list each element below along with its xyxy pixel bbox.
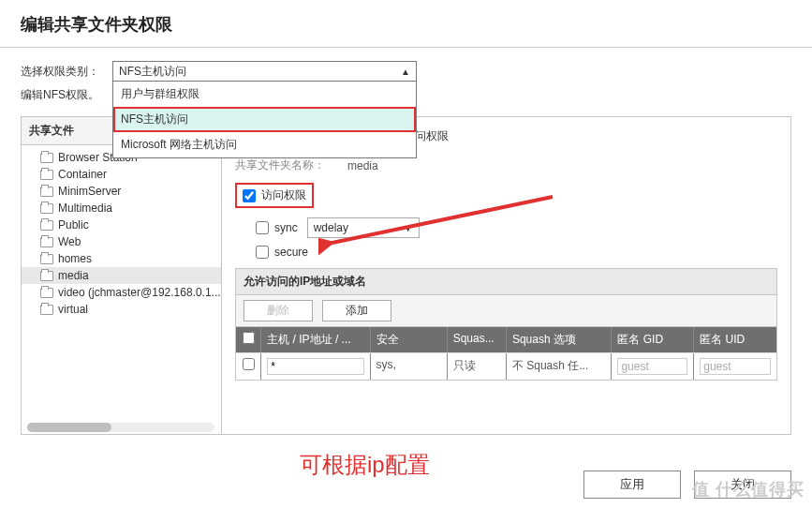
dropdown-selected: NFS主机访问 — [119, 64, 186, 80]
folder-item[interactable]: MinimServer — [22, 183, 221, 200]
folder-icon — [40, 288, 53, 298]
access-rights-wrap: 访问权限 — [235, 183, 314, 208]
dialog-title: 编辑共享文件夹权限 — [0, 0, 812, 48]
delete-button[interactable]: 删除 — [244, 300, 313, 321]
folder-icon — [40, 220, 53, 231]
col-host[interactable]: 主机 / IP地址 / ... — [261, 327, 370, 352]
apply-button[interactable]: 应用 — [583, 471, 681, 499]
sync-label: sync — [274, 221, 298, 234]
annotation-text: 可根据ip配置 — [300, 450, 430, 480]
perm-type-label: 选择权限类别： — [21, 64, 112, 80]
folder-icon — [40, 170, 53, 180]
edit-nfs-label: 编辑NFS权限。 — [21, 87, 112, 103]
folder-icon — [40, 203, 53, 214]
folder-icon — [40, 305, 53, 315]
folder-item[interactable]: Multimedia — [22, 200, 221, 217]
sync-checkbox[interactable] — [256, 221, 269, 234]
folder-icon — [40, 254, 53, 264]
folder-item[interactable]: Web — [22, 233, 221, 250]
col-anon-uid[interactable]: 匿名 UID — [694, 327, 776, 352]
folder-label: Web — [58, 235, 81, 248]
add-button[interactable]: 添加 — [322, 300, 391, 321]
folder-name-label: 共享文件夹名称： — [235, 157, 347, 173]
folder-tree[interactable]: Browser StationContainerMinimServerMulti… — [22, 145, 221, 421]
col-squash-option[interactable]: Squash 选项 — [507, 327, 612, 352]
folder-label: Multimedia — [58, 202, 112, 215]
folder-label: video (jchmaster@192.168.0.1... — [58, 286, 221, 299]
folder-icon — [40, 237, 53, 247]
folder-icon — [40, 187, 53, 197]
ip-grid: 主机 / IP地址 / ... 安全 Squas... Squash 选项 匿名… — [235, 326, 777, 381]
folder-label: homes — [58, 252, 92, 265]
folder-label: MinimServer — [58, 185, 121, 198]
horizontal-scrollbar[interactable] — [27, 423, 214, 432]
access-rights-label: 访问权限 — [261, 187, 306, 203]
wdelay-select[interactable]: wdelay ▼ — [307, 217, 420, 238]
folder-label: media — [58, 269, 89, 282]
dropdown-option-users-groups[interactable]: 用户与群组权限 — [113, 82, 416, 107]
access-rights-checkbox[interactable] — [243, 189, 256, 202]
gid-input[interactable] — [617, 358, 687, 375]
chevron-up-icon: ▲ — [401, 67, 410, 77]
allowed-ip-header: 允许访问的IP地址或域名 — [235, 268, 777, 294]
cell-security[interactable]: sys, — [371, 353, 448, 380]
host-input[interactable] — [267, 358, 363, 375]
folder-icon — [40, 271, 53, 281]
folder-item[interactable]: media — [22, 267, 221, 284]
chevron-down-icon: ▼ — [404, 223, 413, 233]
dropdown-option-microsoft[interactable]: Microsoft 网络主机访问 — [113, 132, 416, 157]
select-all-checkbox[interactable] — [243, 332, 255, 344]
secure-label: secure — [274, 246, 308, 259]
secure-checkbox[interactable] — [256, 246, 269, 259]
watermark: 值 什么值得买 — [692, 478, 805, 501]
folder-label: virtual — [58, 303, 88, 316]
cell-squash-option[interactable]: 不 Squash 任... — [507, 353, 612, 380]
col-security[interactable]: 安全 — [371, 327, 448, 352]
table-row[interactable]: sys, 只读 不 Squash 任... — [236, 352, 776, 380]
folder-icon — [40, 153, 53, 163]
row-checkbox[interactable] — [243, 358, 255, 370]
folder-item[interactable]: virtual — [22, 301, 221, 318]
folder-item[interactable]: Container — [22, 166, 221, 183]
folder-label: Public — [58, 218, 89, 232]
folder-name-value: media — [347, 159, 378, 172]
folder-item[interactable]: Public — [22, 217, 221, 233]
dropdown-list: 用户与群组权限 NFS主机访问 Microsoft 网络主机访问 — [112, 81, 417, 158]
perm-type-dropdown[interactable]: NFS主机访问 ▲ — [112, 61, 417, 82]
col-squash-short[interactable]: Squas... — [448, 327, 507, 352]
dropdown-option-nfs-host[interactable]: NFS主机访问 — [113, 107, 416, 132]
col-anon-gid[interactable]: 匿名 GID — [612, 327, 694, 352]
folder-item[interactable]: video (jchmaster@192.168.0.1... — [22, 284, 221, 301]
folder-label: Container — [58, 168, 107, 181]
uid-input[interactable] — [700, 358, 771, 375]
cell-squash-short[interactable]: 只读 — [448, 353, 507, 380]
folder-item[interactable]: homes — [22, 250, 221, 267]
